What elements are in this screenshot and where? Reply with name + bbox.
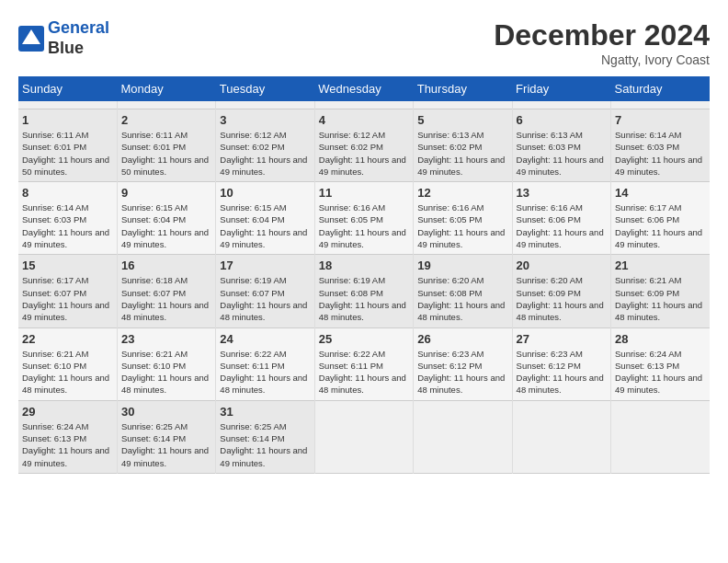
day-number: 28 (615, 332, 706, 346)
calendar-cell (611, 101, 710, 109)
calendar-cell: 13Sunrise: 6:16 AMSunset: 6:06 PMDayligh… (512, 182, 610, 255)
cell-info: Sunrise: 6:24 AMSunset: 6:13 PMDaylight:… (615, 348, 706, 396)
day-header-sunday: Sunday (18, 76, 117, 101)
calendar-cell (611, 400, 710, 473)
week-row-5: 29Sunrise: 6:24 AMSunset: 6:13 PMDayligh… (18, 400, 710, 473)
calendar-cell: 31Sunrise: 6:25 AMSunset: 6:14 PMDayligh… (216, 400, 314, 473)
calendar-cell: 7Sunrise: 6:14 AMSunset: 6:03 PMDaylight… (611, 109, 710, 182)
calendar-cell (512, 101, 610, 109)
day-number: 24 (220, 332, 310, 346)
cell-info: Sunrise: 6:24 AMSunset: 6:13 PMDaylight:… (22, 420, 113, 469)
calendar-cell: 10Sunrise: 6:15 AMSunset: 6:04 PMDayligh… (216, 182, 314, 255)
day-number: 31 (220, 405, 310, 419)
calendar-cell (512, 400, 610, 473)
calendar-cell: 6Sunrise: 6:13 AMSunset: 6:03 PMDaylight… (512, 109, 610, 182)
cell-info: Sunrise: 6:21 AMSunset: 6:10 PMDaylight:… (22, 348, 113, 396)
cell-info: Sunrise: 6:18 AMSunset: 6:07 PMDaylight:… (121, 274, 211, 323)
cell-info: Sunrise: 6:14 AMSunset: 6:03 PMDaylight:… (22, 201, 113, 250)
day-number: 4 (319, 113, 409, 127)
calendar-cell (216, 101, 314, 109)
day-number: 22 (22, 332, 113, 346)
cell-info: Sunrise: 6:20 AMSunset: 6:09 PMDaylight:… (517, 274, 607, 323)
day-number: 17 (220, 259, 310, 272)
calendar-cell: 12Sunrise: 6:16 AMSunset: 6:05 PMDayligh… (414, 182, 512, 255)
cell-info: Sunrise: 6:19 AMSunset: 6:08 PMDaylight:… (319, 274, 409, 323)
day-number: 7 (615, 113, 706, 127)
cell-info: Sunrise: 6:20 AMSunset: 6:08 PMDaylight:… (417, 274, 507, 323)
calendar-cell: 17Sunrise: 6:19 AMSunset: 6:07 PMDayligh… (216, 255, 314, 327)
day-number: 18 (319, 259, 409, 272)
cell-info: Sunrise: 6:15 AMSunset: 6:04 PMDaylight:… (220, 201, 310, 250)
cell-info: Sunrise: 6:11 AMSunset: 6:01 PMDaylight:… (121, 129, 211, 178)
calendar-cell: 28Sunrise: 6:24 AMSunset: 6:13 PMDayligh… (611, 327, 710, 400)
week-row-0 (18, 101, 710, 109)
calendar-cell (117, 101, 215, 109)
cell-info: Sunrise: 6:16 AMSunset: 6:05 PMDaylight:… (417, 201, 507, 250)
week-row-1: 1Sunrise: 6:11 AMSunset: 6:01 PMDaylight… (18, 109, 710, 182)
calendar-cell (414, 400, 512, 473)
calendar-cell (414, 101, 512, 109)
calendar-cell (314, 400, 413, 473)
cell-info: Sunrise: 6:25 AMSunset: 6:14 PMDaylight:… (121, 420, 211, 469)
calendar-cell: 30Sunrise: 6:25 AMSunset: 6:14 PMDayligh… (117, 400, 215, 473)
cell-info: Sunrise: 6:12 AMSunset: 6:02 PMDaylight:… (319, 129, 409, 178)
day-number: 25 (319, 332, 409, 346)
day-number: 15 (22, 259, 113, 272)
calendar-cell (18, 101, 117, 109)
cell-info: Sunrise: 6:11 AMSunset: 6:01 PMDaylight:… (22, 129, 113, 178)
calendar-cell: 16Sunrise: 6:18 AMSunset: 6:07 PMDayligh… (117, 255, 215, 327)
cell-info: Sunrise: 6:12 AMSunset: 6:02 PMDaylight:… (220, 129, 310, 178)
calendar-cell: 5Sunrise: 6:13 AMSunset: 6:02 PMDaylight… (414, 109, 512, 182)
day-number: 30 (121, 405, 211, 419)
day-header-wednesday: Wednesday (314, 76, 413, 101)
day-header-tuesday: Tuesday (216, 76, 314, 101)
calendar-cell: 1Sunrise: 6:11 AMSunset: 6:01 PMDaylight… (18, 109, 117, 182)
location: Ngatty, Ivory Coast (494, 52, 710, 67)
page-header: General Blue December 2024 Ngatty, Ivory… (18, 18, 710, 67)
cell-info: Sunrise: 6:17 AMSunset: 6:06 PMDaylight:… (615, 201, 706, 250)
day-number: 16 (121, 259, 211, 272)
day-header-friday: Friday (512, 76, 610, 101)
cell-info: Sunrise: 6:17 AMSunset: 6:07 PMDaylight:… (22, 274, 113, 323)
day-number: 23 (121, 332, 211, 346)
day-number: 14 (615, 186, 706, 200)
logo-line2: Blue (48, 39, 109, 59)
week-row-3: 15Sunrise: 6:17 AMSunset: 6:07 PMDayligh… (18, 255, 710, 327)
logo-text: General Blue (48, 18, 109, 58)
day-header-thursday: Thursday (414, 76, 512, 101)
day-number: 6 (517, 113, 607, 127)
day-number: 29 (22, 405, 113, 419)
calendar-cell: 22Sunrise: 6:21 AMSunset: 6:10 PMDayligh… (18, 327, 117, 400)
month-title: December 2024 (494, 18, 710, 52)
day-number: 9 (121, 186, 211, 200)
cell-info: Sunrise: 6:21 AMSunset: 6:09 PMDaylight:… (615, 274, 706, 323)
calendar-cell: 8Sunrise: 6:14 AMSunset: 6:03 PMDaylight… (18, 182, 117, 255)
day-number: 12 (417, 186, 507, 200)
day-number: 11 (319, 186, 409, 200)
cell-info: Sunrise: 6:25 AMSunset: 6:14 PMDaylight:… (220, 420, 310, 469)
calendar-cell: 4Sunrise: 6:12 AMSunset: 6:02 PMDaylight… (314, 109, 413, 182)
cell-info: Sunrise: 6:22 AMSunset: 6:11 PMDaylight:… (319, 348, 409, 396)
day-number: 10 (220, 186, 310, 200)
day-header-saturday: Saturday (611, 76, 710, 101)
day-number: 19 (417, 259, 507, 272)
cell-info: Sunrise: 6:14 AMSunset: 6:03 PMDaylight:… (615, 129, 706, 178)
calendar-cell: 21Sunrise: 6:21 AMSunset: 6:09 PMDayligh… (611, 255, 710, 327)
day-number: 2 (121, 113, 211, 127)
calendar-cell: 26Sunrise: 6:23 AMSunset: 6:12 PMDayligh… (414, 327, 512, 400)
week-row-2: 8Sunrise: 6:14 AMSunset: 6:03 PMDaylight… (18, 182, 710, 255)
day-number: 5 (417, 113, 507, 127)
day-number: 21 (615, 259, 706, 272)
week-row-4: 22Sunrise: 6:21 AMSunset: 6:10 PMDayligh… (18, 327, 710, 400)
calendar-cell: 29Sunrise: 6:24 AMSunset: 6:13 PMDayligh… (18, 400, 117, 473)
day-number: 26 (417, 332, 507, 346)
calendar-cell: 2Sunrise: 6:11 AMSunset: 6:01 PMDaylight… (117, 109, 215, 182)
calendar-cell: 27Sunrise: 6:23 AMSunset: 6:12 PMDayligh… (512, 327, 610, 400)
calendar-cell: 9Sunrise: 6:15 AMSunset: 6:04 PMDaylight… (117, 182, 215, 255)
day-number: 3 (220, 113, 310, 127)
cell-info: Sunrise: 6:15 AMSunset: 6:04 PMDaylight:… (121, 201, 211, 250)
cell-info: Sunrise: 6:16 AMSunset: 6:06 PMDaylight:… (517, 201, 607, 250)
logo: General Blue (18, 18, 109, 58)
calendar-cell (314, 101, 413, 109)
calendar-cell: 15Sunrise: 6:17 AMSunset: 6:07 PMDayligh… (18, 255, 117, 327)
